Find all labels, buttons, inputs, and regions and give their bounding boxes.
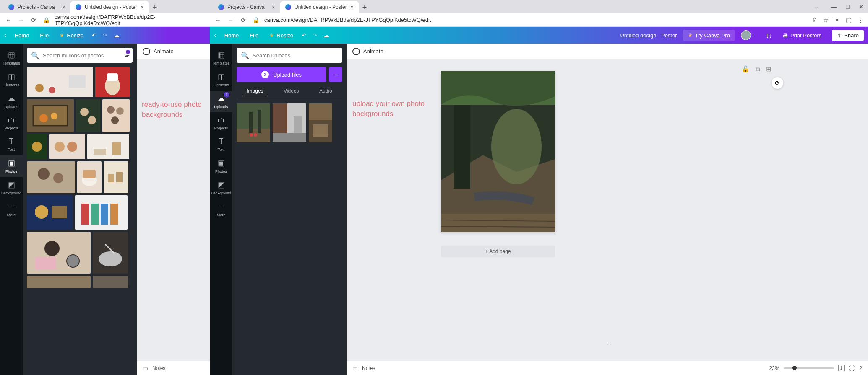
add-page-button[interactable]: + Add page xyxy=(441,246,555,257)
search-input[interactable] xyxy=(43,52,121,59)
home-button[interactable]: Home xyxy=(222,31,242,40)
try-pro-button[interactable]: ♛Try Canva Pro xyxy=(683,30,735,41)
canvas-body[interactable]: ready-to-use photobackgrounds xyxy=(137,59,210,361)
photo-thumb[interactable] xyxy=(49,134,85,159)
upload-thumb[interactable] xyxy=(273,103,306,142)
photo-thumb[interactable] xyxy=(76,99,100,132)
photo-thumb[interactable] xyxy=(102,99,130,132)
expand-pages-icon[interactable]: ︿ xyxy=(607,341,612,347)
photo-thumb[interactable] xyxy=(93,276,128,288)
back-icon[interactable]: ← xyxy=(4,17,13,23)
close-icon[interactable]: × xyxy=(272,4,275,10)
photo-thumb[interactable] xyxy=(27,134,47,159)
insights-icon[interactable]: ⫿⫿ xyxy=(766,32,772,39)
close-icon[interactable]: × xyxy=(62,4,65,10)
photo-thumb[interactable] xyxy=(95,67,130,97)
sidebar-item-elements[interactable]: ◫Elements xyxy=(0,69,23,91)
sidebar-item-background[interactable]: ◩Background xyxy=(0,177,23,199)
notes-button[interactable]: Notes xyxy=(152,365,165,371)
url-text[interactable]: canva.com/design/DAFRPWxBBds/dp2E-JTPYGq… xyxy=(264,17,808,23)
sidebar-item-photos[interactable]: ▣Photos xyxy=(0,155,23,177)
zoom-thumb[interactable] xyxy=(792,366,797,370)
share-button[interactable]: ⇧Share xyxy=(832,30,864,41)
filter-icon[interactable]: ≡1 xyxy=(125,52,128,59)
redo-icon[interactable]: ↷ xyxy=(103,32,108,39)
tab-videos[interactable]: Videos xyxy=(281,86,301,96)
browser-tab[interactable]: Untitled design - Poster × xyxy=(280,1,359,13)
doc-title[interactable]: Untitled design - Poster xyxy=(620,32,677,39)
photo-thumb[interactable] xyxy=(75,195,128,230)
photo-thumb[interactable] xyxy=(87,134,129,159)
avatar[interactable] xyxy=(741,30,751,40)
cloud-icon[interactable]: ☁ xyxy=(114,32,120,39)
refresh-button[interactable]: ⟳ xyxy=(772,77,783,89)
new-tab-button[interactable]: + xyxy=(149,2,161,13)
close-icon[interactable]: × xyxy=(350,4,354,10)
undo-icon[interactable]: ↶ xyxy=(92,32,97,39)
upload-thumb[interactable] xyxy=(309,103,332,142)
browser-tab[interactable]: Untitled design - Poster × xyxy=(70,1,149,13)
animate-button[interactable]: Animate xyxy=(154,48,174,54)
page-count-icon[interactable]: 1 xyxy=(838,365,845,371)
animate-button[interactable]: Animate xyxy=(363,48,383,54)
tab-audio[interactable]: Audio xyxy=(317,86,335,96)
photo-thumb[interactable] xyxy=(104,161,128,193)
sidebar-item-projects[interactable]: 🗀Projects xyxy=(210,112,232,134)
forward-icon[interactable]: → xyxy=(17,17,25,23)
maximize-icon[interactable]: □ xyxy=(846,3,850,10)
photo-thumb[interactable] xyxy=(27,67,93,97)
sidebar-item-uploads[interactable]: ☁Uploads xyxy=(0,91,23,112)
search-input[interactable] xyxy=(253,52,338,59)
file-button[interactable]: File xyxy=(247,31,261,40)
cloud-icon[interactable]: ☁ xyxy=(323,32,329,39)
sidebar-item-more[interactable]: ⋯More xyxy=(210,199,232,220)
tab-images[interactable]: Images xyxy=(244,86,266,96)
share-url-icon[interactable]: ⇪ xyxy=(812,16,817,24)
sidebar-item-uploads[interactable]: 1☁Uploads xyxy=(210,91,232,112)
forward-icon[interactable]: → xyxy=(227,17,235,23)
new-tab-button[interactable]: + xyxy=(359,2,370,13)
sidebar-item-photos[interactable]: ▣Photos xyxy=(210,155,232,177)
resize-button[interactable]: ♛Resize xyxy=(57,31,86,40)
undo-icon[interactable]: ↶ xyxy=(302,32,307,39)
reload-icon[interactable]: ⟳ xyxy=(239,17,248,23)
redo-icon[interactable]: ↷ xyxy=(313,32,318,39)
menu-icon[interactable]: ⋮ xyxy=(858,16,864,24)
back-icon[interactable]: ‹ xyxy=(214,32,216,39)
photo-thumb[interactable] xyxy=(27,195,73,230)
resize-button[interactable]: ♛Resize xyxy=(267,31,296,40)
sidebar-item-elements[interactable]: ◫Elements xyxy=(210,69,232,91)
reload-icon[interactable]: ⟳ xyxy=(29,17,38,23)
upload-thumb[interactable] xyxy=(237,103,270,142)
browser-tab[interactable]: Projects - Canva × xyxy=(3,1,70,13)
home-button[interactable]: Home xyxy=(12,31,32,40)
back-icon[interactable]: ‹ xyxy=(4,32,6,39)
file-button[interactable]: File xyxy=(37,31,51,40)
sidebar-item-text[interactable]: TText xyxy=(210,134,232,155)
notes-button[interactable]: Notes xyxy=(362,365,375,371)
close-window-icon[interactable]: ✕ xyxy=(859,3,864,10)
photo-thumb[interactable] xyxy=(27,232,91,274)
sidebar-item-text[interactable]: TText xyxy=(0,134,23,155)
zoom-slider[interactable] xyxy=(784,367,834,369)
upload-more-button[interactable]: ⋯ xyxy=(329,67,342,82)
canvas-body[interactable]: upload your own photobackgrounds 🔓 ⧉ ⊞ xyxy=(347,59,868,361)
add-icon[interactable]: ⊞ xyxy=(766,65,772,73)
star-icon[interactable]: ☆ xyxy=(823,16,829,24)
sidebar-item-templates[interactable]: ▦Templates xyxy=(0,47,23,69)
canvas-page[interactable] xyxy=(441,71,555,232)
back-icon[interactable]: ← xyxy=(214,17,222,23)
photo-thumb[interactable] xyxy=(27,276,91,288)
chevron-down-icon[interactable]: ⌄ xyxy=(814,4,818,10)
sidebar-item-more[interactable]: ⋯More xyxy=(0,199,23,220)
sidebar-item-templates[interactable]: ▦Templates xyxy=(210,47,232,69)
fullscreen-icon[interactable]: ⛶ xyxy=(849,365,855,372)
url-text[interactable]: canva.com/design/DAFRPWxBBds/dp2E-JTPYGq… xyxy=(55,14,206,26)
help-icon[interactable]: ? xyxy=(859,365,862,372)
minimize-icon[interactable]: — xyxy=(831,3,837,10)
photo-thumb[interactable] xyxy=(27,99,74,132)
print-button[interactable]: 🖶Print Posters xyxy=(778,29,826,41)
sidebar-item-background[interactable]: ◩Background xyxy=(210,177,232,199)
duplicate-icon[interactable]: ⧉ xyxy=(756,65,760,73)
sidebar-item-projects[interactable]: 🗀Projects xyxy=(0,112,23,134)
